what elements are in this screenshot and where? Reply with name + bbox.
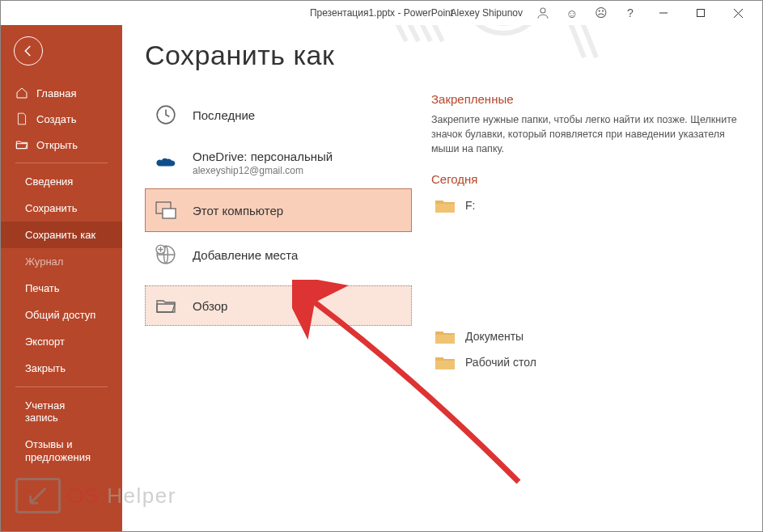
location-thispc-label: Этот компьютер [193, 204, 283, 217]
svg-rect-10 [163, 209, 176, 218]
minimize-button[interactable] [646, 1, 681, 25]
today-heading: Сегодня [431, 172, 740, 186]
addplace-icon [154, 244, 178, 265]
browse-icon [154, 298, 178, 314]
user-name: Alexey Shipunov [451, 7, 523, 19]
sidebar-divider [15, 386, 108, 387]
maximize-button[interactable] [683, 1, 718, 25]
folder-icon [434, 328, 456, 344]
sidebar-item-feedback[interactable]: Отзывы и предложения [1, 431, 122, 471]
folder-icon [434, 354, 456, 370]
sidebar-label-open: Открыть [36, 139, 78, 151]
folder-item-f[interactable]: F: [431, 192, 740, 218]
location-onedrive-label: OneDrive: персональный [193, 150, 333, 163]
sidebar-item-export[interactable]: Экспорт [1, 328, 122, 355]
back-button[interactable] [14, 36, 43, 65]
pinned-heading: Закрепленные [431, 92, 740, 106]
sidebar-item-save[interactable]: Сохранить [1, 195, 122, 222]
frown-icon[interactable]: ☹ [587, 1, 615, 25]
backstage-content: Сохранить как Последние OneDrive: персон… [122, 25, 762, 531]
location-onedrive[interactable]: OneDrive: персональный alexeyship12@gmai… [145, 137, 412, 188]
folder-name-desktop: Рабочий стол [465, 356, 536, 369]
location-onedrive-sub: alexeyship12@gmail.com [193, 165, 333, 176]
folder-item-docs[interactable]: Документы [431, 323, 740, 349]
sidebar-item-open[interactable]: Открыть [1, 132, 122, 158]
thispc-icon [154, 201, 178, 220]
folder-item-desktop[interactable]: Рабочий стол [431, 349, 740, 375]
svg-rect-5 [697, 10, 705, 17]
smile-icon[interactable]: ☺ [558, 1, 586, 25]
onedrive-icon [154, 156, 178, 171]
location-recent-label: Последние [193, 108, 255, 122]
location-browse[interactable]: Обзор [145, 285, 412, 326]
new-icon [15, 112, 28, 125]
location-recent[interactable]: Последние [145, 92, 412, 137]
sidebar-item-account[interactable]: Учетная запись [1, 392, 122, 431]
sidebar-item-home[interactable]: Главная [1, 80, 122, 106]
sidebar-item-history[interactable]: Журнал [1, 248, 122, 275]
folders-column: Закрепленные Закрепите нужные папки, что… [412, 92, 740, 375]
sidebar-item-share[interactable]: Общий доступ [1, 302, 122, 328]
sidebar-divider [15, 163, 108, 163]
folder-name-f: F: [465, 199, 475, 212]
titlebar: Презентация1.pptx - PowerPoint Alexey Sh… [1, 1, 762, 25]
home-icon [15, 87, 28, 99]
clock-icon [154, 104, 178, 125]
folder-icon [434, 197, 456, 213]
location-thispc[interactable]: Этот компьютер [145, 188, 412, 232]
sidebar-item-print[interactable]: Печать [1, 275, 122, 302]
locations-column: Последние OneDrive: персональный alexeys… [145, 92, 412, 375]
page-title: Сохранить как [145, 40, 740, 71]
sidebar-item-new[interactable]: Создать [1, 106, 122, 132]
close-button[interactable] [720, 1, 756, 25]
pinned-description: Закрепите нужные папки, чтобы легко найт… [431, 112, 740, 156]
help-icon[interactable]: ? [617, 1, 644, 25]
window-title: Презентация1.pptx - PowerPoint [310, 7, 453, 19]
open-icon [15, 138, 28, 151]
user-icon[interactable] [529, 1, 557, 25]
svg-point-3 [540, 8, 545, 13]
sidebar-item-saveas[interactable]: Сохранить как [1, 222, 122, 248]
backstage-sidebar: Главная Создать Открыть Сведения Сохрани… [1, 25, 122, 531]
location-browse-label: Обзор [193, 299, 227, 313]
sidebar-item-close[interactable]: Закрыть [1, 355, 122, 382]
folder-name-docs: Документы [465, 330, 524, 343]
location-addplace[interactable]: Добавление места [145, 232, 412, 277]
sidebar-item-info[interactable]: Сведения [1, 168, 122, 195]
sidebar-label-new: Создать [36, 113, 76, 125]
location-addplace-label: Добавление места [193, 248, 298, 262]
sidebar-label-home: Главная [36, 87, 76, 99]
